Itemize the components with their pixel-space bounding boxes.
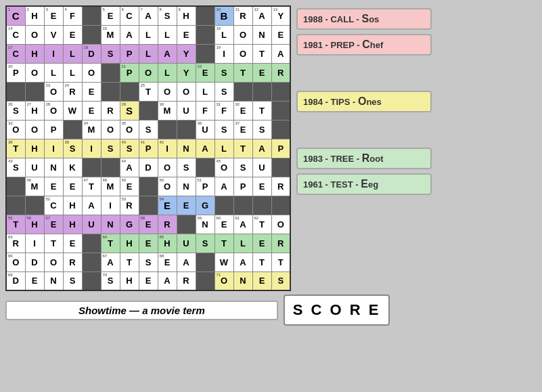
cell-r9c9: O [158,158,177,177]
cell-r9c6 [101,158,120,177]
cell-r2c10: E [177,25,196,44]
cell-r5c11: L [196,82,214,101]
cell-r10c7: 49E [120,177,139,196]
cell-r7c6: O [101,120,120,139]
cell-r11c12 [214,196,233,215]
cell-r13c10: U [177,234,196,253]
cell-r6c15 [271,101,290,120]
cell-r9c5 [82,158,101,177]
cell-r2c7: A [120,25,139,44]
cell-r8c14: A [252,139,271,158]
title-bar: Showtime — a movie term [5,301,278,320]
cell-r13c7: H [120,234,139,253]
clue-1981: 1981 - PREP - Chef [296,34,432,56]
clue-1988: 1988 - CALL - Sos [296,8,432,30]
cell-r15c2: E [25,271,44,290]
cell-r9c11 [196,158,214,177]
cell-r9c3: N [44,158,63,177]
cell-r12c10 [177,215,196,234]
cell-r3c9: A [158,44,177,63]
cell-r15c15: S [271,271,290,290]
cell-r5c9: O [158,82,177,101]
cell-r9c2: U [25,158,44,177]
cell-r7c10 [177,120,196,139]
cell-r4c7: 21P [120,63,139,82]
cell-r2c12: 16L [214,25,233,44]
cell-r14c7: T [120,253,139,271]
cell-r10c2: 46M [25,177,44,196]
cell-r8c7: 40S [120,139,139,158]
cell-r15c14: E [252,271,271,290]
cell-r5c13 [233,82,252,101]
cell-r8c13: T [233,139,252,158]
cell-r6c6: R [101,101,120,120]
cell-r12c4: H [63,215,82,234]
cell-r3c1: 17C [6,44,25,63]
cell-r5c1 [6,82,25,101]
cell-r1c6: 5E [101,6,120,25]
clue-1984: 1984 - TIPS - Ones [296,91,432,112]
cell-r7c4 [63,120,82,139]
cell-r9c1: 43S [6,158,25,177]
cell-r13c5 [82,234,101,253]
cell-r6c3: 28O [44,101,63,120]
cell-r8c12: L [214,139,233,158]
cell-r10c3: E [44,177,63,196]
cell-r7c2: O [25,120,44,139]
cell-r12c3: 57E [44,215,63,234]
cell-r7c5: 34M [82,120,101,139]
cell-r13c4: E [63,234,82,253]
cell-r11c10: E [177,196,196,215]
cell-r2c8: L [139,25,158,44]
cell-r14c8: S [139,253,158,271]
main-layout: 1C 2H 3E 4F 5E 6C 7A 8S 9H 10B [5,5,390,387]
cell-r10c12: A [214,177,233,196]
cell-r15c6: 70S [101,271,120,290]
cell-r7c1: 33O [6,120,25,139]
cell-r1c10: 9H [177,6,196,25]
cell-r3c8: L [139,44,158,63]
cell-r12c12: 60E [214,215,233,234]
cell-r6c5: E [82,101,101,120]
cell-r11c13 [233,196,252,215]
cell-r9c7: 44A [120,158,139,177]
cell-r5c12: S [214,82,233,101]
cell-r7c13: 37E [233,120,252,139]
cell-r1c12: 10B [214,6,233,25]
score-box: S C O R E [284,295,390,326]
cell-r11c1 [6,196,25,215]
cell-r6c2: 27H [25,101,44,120]
cell-r6c8 [139,101,158,120]
cell-r6c1: 26S [6,101,25,120]
cell-r13c3: T [44,234,63,253]
cell-r6c7: 29S [120,101,139,120]
cell-r11c14 [252,196,271,215]
cell-r9c13: S [233,158,252,177]
cell-r14c15: T [271,253,290,271]
cell-r4c6 [101,63,120,82]
cell-r12c13: 61A [233,215,252,234]
main-container: 1C 2H 3E 4F 5E 6C 7A 8S 9H 10B [0,0,542,392]
cell-r14c10: A [177,253,196,271]
cell-r14c12: W [214,253,233,271]
cell-r11c15 [271,196,290,215]
cell-r6c11: F [196,101,214,120]
cell-r12c2: 56H [25,215,44,234]
cell-r4c14: E [252,63,271,82]
cell-r15c13: N [233,271,252,290]
cell-r2c2: O [25,25,44,44]
cell-r14c9: 68E [158,253,177,271]
cell-r9c12: 45O [214,158,233,177]
cell-r14c5 [82,253,101,271]
cell-r6c14: T [252,101,271,120]
cell-r12c9: R [158,215,177,234]
cell-r5c6 [101,82,120,101]
cell-r15c4: S [63,271,82,290]
cell-r15c8: E [139,271,158,290]
cell-r4c3: L [44,63,63,82]
cell-r1c11 [196,6,214,25]
cell-r1c5 [82,6,101,25]
cell-r12c1: 55T [6,215,25,234]
cell-r8c2: H [25,139,44,158]
cell-r15c9: A [158,271,177,290]
